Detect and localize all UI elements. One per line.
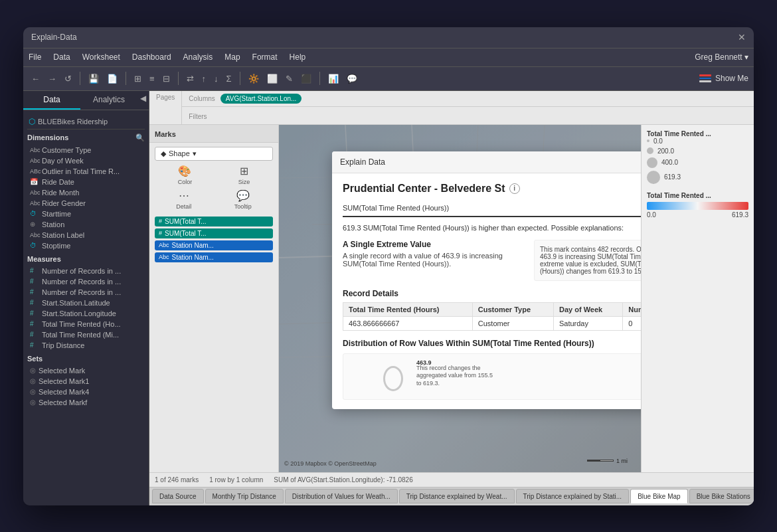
meas-trip-dist[interactable]: # Trip Distance (27, 340, 145, 351)
tab-blue-bike-stations[interactable]: Blue Bike Stations (689, 489, 754, 503)
menu-map[interactable]: Map (224, 52, 240, 62)
meas-total-miles[interactable]: # Total Time Rented (Mi... (27, 329, 145, 340)
menu-worksheet[interactable]: Worksheet (82, 52, 120, 62)
dim-station[interactable]: ⊕ Station (27, 219, 145, 230)
record-details-header: Record Details 📋 View Full Record (343, 289, 641, 298)
detail-btn[interactable]: ⋯ Detail (176, 189, 191, 210)
single-extreme-title: A Single Extreme Value (343, 240, 523, 249)
forward-button[interactable]: → (45, 72, 59, 85)
highlight-button[interactable]: 🔆 (246, 72, 262, 85)
reload-button[interactable]: ↺ (62, 72, 74, 85)
edit-button[interactable]: ✎ (283, 72, 296, 85)
tab-trip-station[interactable]: Trip Distance explained by Stati... (516, 489, 630, 503)
sum-tab[interactable]: SUM(Total Time Rented (Hours)) (343, 201, 641, 217)
view-detail-button[interactable]: ⊟ (160, 72, 173, 85)
menu-dashboard[interactable]: Dashboard (132, 52, 171, 62)
meas-lon[interactable]: # Start.Station.Longitude (27, 308, 145, 319)
tab-data[interactable]: Data (23, 91, 80, 110)
tab-analytics[interactable]: Analytics (80, 91, 137, 110)
meas-records-2[interactable]: # Number of Records in ... (27, 276, 145, 287)
station-name: Prudential Center - Belvedere St i (343, 183, 641, 195)
tab-monthly-trip[interactable]: Monthly Trip Distance (205, 489, 284, 503)
pages-label: Pages (156, 94, 175, 101)
label-button[interactable]: ⬜ (264, 72, 280, 85)
clock-icon: ⏱ (30, 242, 39, 249)
status-marks: 1 of 246 marks (155, 476, 199, 484)
dim-ride-date[interactable]: 📅 Ride Date (27, 177, 145, 187)
dim-rider-gender[interactable]: Abc Rider Gender (27, 198, 145, 209)
field-pill-sum-total-1[interactable]: # SUM(Total T... (155, 217, 273, 226)
color-btn[interactable]: 🎨 Color (178, 165, 193, 185)
sum-button[interactable]: Σ (224, 72, 234, 85)
legend-circle-row-2: 200.0 (647, 147, 748, 155)
marks-type-btn[interactable]: ◆ Shape ▾ (155, 147, 273, 161)
search-dimensions-icon[interactable]: 🔍 (135, 133, 145, 142)
show-me-label[interactable]: Show Me (715, 74, 748, 83)
dim-customer-type[interactable]: Abc Customer Type (27, 145, 145, 155)
cell-records: 0 (623, 316, 641, 330)
menu-data[interactable]: Data (53, 52, 70, 62)
pages-section: Pages (149, 91, 182, 124)
status-bar: 1 of 246 marks 1 row by 1 column SUM of … (149, 472, 754, 487)
modal-title: Explain Data (340, 157, 385, 167)
view-list-button[interactable]: ≡ (147, 72, 157, 85)
meas-records-3[interactable]: # Number of Records in ... (27, 287, 145, 298)
map-view[interactable]: TOWN oston SOUT⬡ END. Chelsea St Maveri … (279, 125, 641, 472)
dim-ride-month[interactable]: Abc Ride Month (27, 187, 145, 198)
meas-lat[interactable]: # Start.Station.Latitude (27, 298, 145, 308)
view-grid-button[interactable]: ⊞ (131, 72, 144, 85)
dim-station-label[interactable]: Abc Station Label (27, 230, 145, 240)
user-label[interactable]: Greg Bennett ▾ (695, 52, 748, 62)
menu-format[interactable]: Format (252, 52, 278, 62)
column-pill[interactable]: AVG(Start.Station.Lon... (220, 94, 302, 104)
format-button[interactable]: ⬛ (298, 72, 314, 85)
tooltip-btn[interactable]: 💬 Tooltip (234, 189, 252, 210)
dim-stoptime[interactable]: ⏱ Stoptime (27, 240, 145, 251)
set-selected-markf[interactable]: ◎ Selected Markf (27, 397, 145, 408)
detail-icon: ⋯ (179, 189, 189, 202)
tooltip-button[interactable]: 💬 (344, 72, 360, 85)
legend-circle-row-1: 0.0 (647, 137, 748, 145)
set-selected-mark4[interactable]: ◎ Selected Mark4 (27, 387, 145, 397)
field-pill-sum-total-2[interactable]: # SUM(Total T... (155, 228, 273, 238)
meas-records-1[interactable]: # Number of Records in ... (27, 266, 145, 276)
sidebar-tabs: Data Analytics ◀ (23, 91, 149, 110)
dist-annotation-text: This record changes theaggregated value … (416, 365, 493, 388)
chart-button[interactable]: 📊 (325, 72, 341, 85)
meas-total-hours[interactable]: # Total Time Rented (Ho... (27, 319, 145, 329)
menu-help[interactable]: Help (290, 52, 306, 62)
tab-blue-bike-map[interactable]: Blue Bike Map (630, 489, 687, 503)
info-icon[interactable]: i (509, 183, 520, 194)
save-as-button[interactable]: 📄 (104, 72, 120, 85)
sidebar-collapse-button[interactable]: ◀ (137, 91, 149, 110)
sets-title: Sets (27, 355, 145, 363)
tab-data-source[interactable]: Data Source (152, 489, 204, 503)
swap-button[interactable]: ⇄ (184, 72, 197, 85)
set-selected-mark1[interactable]: ◎ Selected Mark1 (27, 376, 145, 387)
sort-desc-button[interactable]: ↓ (211, 72, 221, 85)
tab-trip-weather[interactable]: Trip Distance explained by Weat... (399, 489, 515, 503)
field-pill-station-1[interactable]: Abc Station Nam... (155, 240, 273, 250)
measure-icon: # (30, 267, 39, 274)
dist-circle-left (383, 366, 403, 391)
explanation-left: A Single Extreme Value A single record w… (343, 240, 523, 281)
save-button[interactable]: 💾 (86, 72, 102, 85)
menu-bar: File Data Worksheet Dashboard Analysis M… (23, 48, 754, 67)
sidebar-content: ⬡ BLUEBikes Ridership Dimensions 🔍 Abc C… (23, 110, 149, 505)
menu-analysis[interactable]: Analysis (183, 52, 213, 62)
sort-asc-button[interactable]: ↑ (199, 72, 209, 85)
set-selected-mark[interactable]: ◎ Selected Mark (27, 365, 145, 376)
size-btn[interactable]: ⊞ Size (238, 165, 250, 185)
tab-distribution[interactable]: Distribution of Values for Weath... (285, 489, 398, 503)
distribution-title: Distribution of Row Values Within SUM(To… (343, 339, 641, 348)
dim-starttime[interactable]: ⏱ Starttime (27, 209, 145, 219)
menu-file[interactable]: File (29, 52, 41, 62)
back-button[interactable]: ← (29, 72, 43, 85)
abc-pill-icon: Abc (159, 254, 169, 260)
explanation-text: 619.3 SUM(Total Time Rented (Hours)) is … (343, 224, 641, 232)
dim-day-of-week[interactable]: Abc Day of Week (27, 155, 145, 166)
set-icon: ◎ (30, 399, 36, 406)
field-pill-station-2[interactable]: Abc Station Nam... (155, 252, 273, 262)
close-button[interactable]: ✕ (738, 32, 746, 43)
dim-outlier[interactable]: ABc Outlier in Total Time R... (27, 166, 145, 177)
